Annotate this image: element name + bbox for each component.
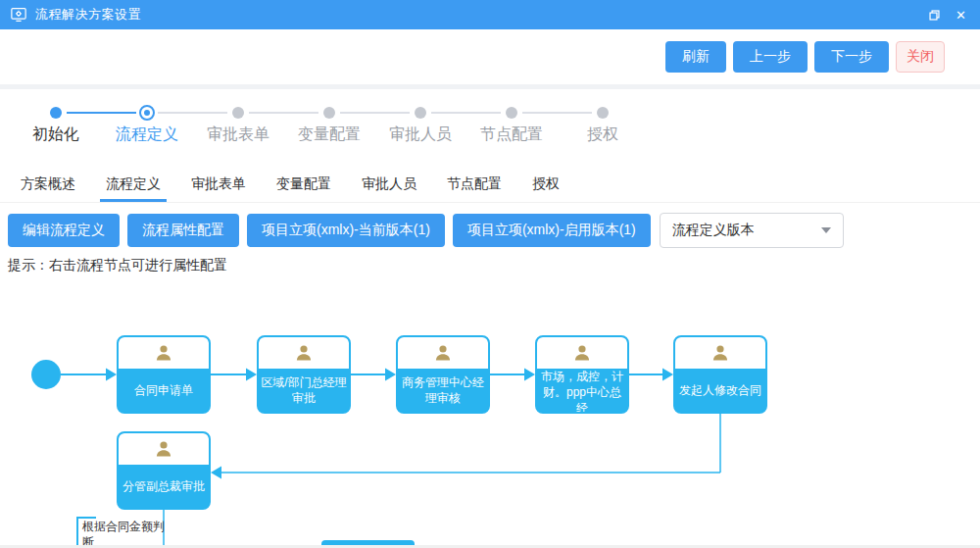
window-title: 流程解决方案设置: [35, 6, 141, 24]
next-step-button[interactable]: 下一步: [814, 41, 889, 73]
close-icon[interactable]: ✕: [956, 9, 966, 22]
close-button[interactable]: 关闭: [896, 41, 945, 73]
toolbar: 刷新 上一步 下一步 关闭: [0, 29, 980, 84]
stepper-label-2: 流程定义: [104, 125, 190, 145]
stepper-connector: [340, 112, 410, 114]
process-version-select-value: 流程定义版本: [672, 222, 755, 239]
flow-node-n5[interactable]: 发起人修改合同: [673, 335, 767, 414]
person-icon: [119, 337, 209, 369]
monitor-gear-icon: [10, 6, 27, 24]
hint-text: 提示：右击流程节点可进行属性配置: [8, 257, 227, 274]
flow-node-label: 区域/部门总经理 审批: [259, 369, 349, 412]
prev-step-button[interactable]: 上一步: [733, 41, 808, 73]
flow-node-label: 发起人修改合同: [675, 369, 765, 412]
stepper-dot-4[interactable]: [323, 107, 335, 119]
stepper-label-4: 变量配置: [286, 125, 372, 145]
action-button-2[interactable]: 流程属性配置: [127, 214, 239, 247]
annotation-bracket: [76, 517, 96, 519]
stepper-connector: [431, 112, 501, 114]
tab-4[interactable]: 变量配置: [270, 165, 337, 202]
stepper-connector: [522, 112, 592, 114]
stepper-connector: [158, 112, 227, 114]
flow-node-n6[interactable]: 分管副总裁审批: [117, 431, 211, 510]
tab-3[interactable]: 审批表单: [185, 165, 252, 202]
action-button-3[interactable]: 项目立项(xmlx)-当前版本(1): [247, 214, 445, 247]
action-button-4[interactable]: 项目立项(xmlx)-启用版本(1): [453, 214, 651, 247]
flow-node-label: 分管副总裁审批: [119, 465, 209, 508]
flow-node-n4[interactable]: 市场，成控，计 财。ppp中心总经 理: [535, 335, 629, 414]
stepper-dot-7[interactable]: [597, 107, 609, 119]
flow-node-label: 商务管理中心经 理审核: [398, 369, 488, 412]
flow-annotation: 根据合同金额判 断: [82, 520, 172, 545]
chevron-down-icon: [821, 227, 831, 233]
flow-node-n3[interactable]: 商务管理中心经 理审核: [396, 335, 490, 414]
person-icon: [259, 337, 349, 369]
stepper-dot-3[interactable]: [232, 107, 244, 119]
stepper-dot-1[interactable]: [50, 107, 62, 119]
wizard-stepper: 初始化流程定义审批表单变量配置审批人员节点配置授权: [0, 89, 980, 165]
stepper-dot-6[interactable]: [506, 107, 517, 119]
stepper-label-7: 授权: [560, 125, 646, 145]
person-icon: [119, 433, 209, 465]
refresh-button[interactable]: 刷新: [665, 41, 726, 73]
person-icon: [675, 337, 765, 369]
tab-1[interactable]: 方案概述: [15, 165, 81, 202]
process-solution-window: 流程解决方案设置 ✕ 刷新 上一步 下一步 关闭 初始化流程定义审批表单变量配置…: [0, 0, 980, 548]
process-version-select[interactable]: 流程定义版本: [660, 213, 844, 248]
flow-node-n1[interactable]: 合同申请单: [117, 335, 211, 414]
titlebar: 流程解决方案设置 ✕: [0, 0, 980, 29]
stepper-label-6: 节点配置: [468, 125, 555, 145]
tab-bar: 方案概述流程定义审批表单变量配置审批人员节点配置授权: [0, 165, 980, 203]
action-button-row: 编辑流程定义流程属性配置项目立项(xmlx)-当前版本(1)项目立项(xmlx)…: [0, 211, 980, 250]
stepper-label-3: 审批表单: [195, 125, 281, 145]
flow-node-label: 市场，成控，计 财。ppp中心总经 理: [537, 369, 627, 414]
annotation-bracket: [76, 517, 78, 545]
flow-node-n2[interactable]: 区域/部门总经理 审批: [257, 335, 351, 414]
tab-2[interactable]: 流程定义: [100, 165, 167, 202]
action-button-1[interactable]: 编辑流程定义: [8, 214, 120, 247]
stepper-connector: [67, 112, 136, 114]
stepper-dot-2[interactable]: [139, 105, 155, 121]
tab-6[interactable]: 节点配置: [441, 165, 508, 202]
stepper-label-1: 初始化: [13, 125, 99, 145]
person-icon: [537, 337, 627, 369]
restore-window-icon[interactable]: [928, 9, 941, 22]
stepper-label-5: 审批人员: [377, 125, 464, 145]
tab-7[interactable]: 授权: [526, 165, 565, 202]
action-buttons: 编辑流程定义流程属性配置项目立项(xmlx)-当前版本(1)项目立项(xmlx)…: [8, 214, 651, 247]
flowchart-canvas: 合同申请单区域/部门总经理 审批商务管理中心经 理审核市场，成控，计 财。ppp…: [0, 276, 980, 545]
flow-node-label: 合同申请单: [119, 369, 209, 412]
tab-5[interactable]: 审批人员: [356, 165, 422, 202]
person-icon: [398, 337, 488, 369]
window-controls: ✕: [928, 0, 966, 29]
stepper-dot-5[interactable]: [415, 107, 426, 119]
stepper-connector: [249, 112, 318, 114]
